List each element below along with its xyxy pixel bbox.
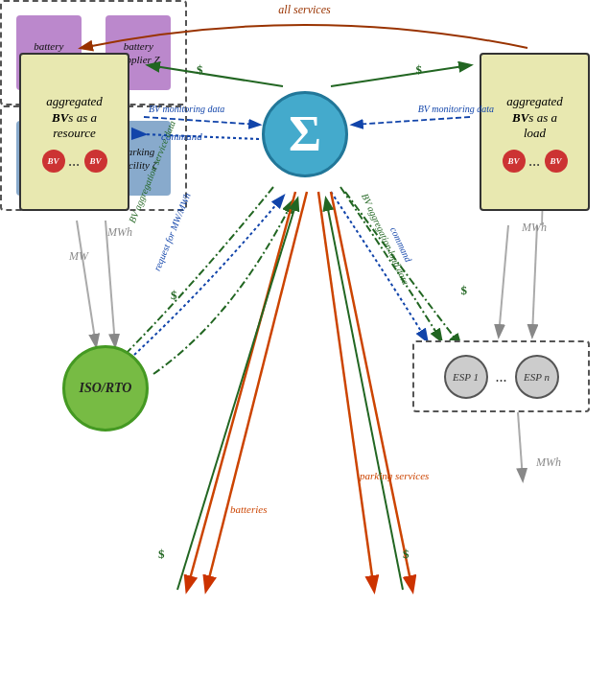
svg-line-14 bbox=[532, 225, 537, 336]
agg-bv-resource-box: aggregated BVs as a resource BV ... BV bbox=[19, 53, 129, 211]
mw-left-label: MW bbox=[69, 249, 88, 264]
svg-line-15 bbox=[518, 412, 523, 479]
esp-n-circle: ESP n bbox=[515, 355, 559, 399]
svg-line-9 bbox=[177, 199, 297, 590]
agg-load-title: aggregated BVs as a load bbox=[503, 94, 568, 143]
dots-right: ... bbox=[529, 152, 541, 170]
dollar-top-left: $ bbox=[197, 62, 203, 78]
svg-line-13 bbox=[499, 225, 508, 336]
parking-services-label: parking services bbox=[360, 470, 429, 481]
iso-rto-label: ISO/RTO bbox=[80, 381, 132, 396]
dollar-bat-label: $ bbox=[158, 547, 165, 562]
mwh-right-mid-label: MWh bbox=[536, 455, 561, 470]
svg-line-6 bbox=[206, 192, 307, 590]
esp-dots: ... bbox=[496, 368, 507, 385]
svg-line-5 bbox=[187, 192, 295, 590]
dots-left: ... bbox=[69, 152, 81, 170]
all-services-label: all services bbox=[278, 3, 330, 17]
dollar-park-label: $ bbox=[403, 547, 410, 562]
bv-circle-right-2: BV bbox=[545, 150, 568, 173]
bv-circle-right-1: BV bbox=[503, 150, 526, 173]
svg-line-7 bbox=[318, 192, 374, 590]
esp-1-circle: ESP 1 bbox=[444, 355, 488, 399]
esp-box: ESP 1 ... ESP n bbox=[412, 340, 590, 412]
dollar-top-right: $ bbox=[416, 62, 423, 78]
bv-monitoring-left-label: BV monitoring data bbox=[149, 104, 224, 114]
agg-bv-load-box: aggregated BVs as a load BV ... BV bbox=[480, 53, 590, 211]
mwh-right-top-label: MWh bbox=[522, 221, 547, 235]
svg-line-11 bbox=[77, 221, 96, 345]
agg-resource-title: aggregated BVs as a resource bbox=[42, 94, 107, 143]
mwh-left-top-label: MWh bbox=[107, 225, 132, 240]
sigma-symbol: Σ bbox=[289, 109, 321, 159]
svg-line-1 bbox=[353, 117, 470, 125]
bv-monitoring-right-label: BV monitoring data bbox=[418, 104, 494, 114]
bv-circle-left-2: BV bbox=[84, 150, 107, 173]
dollar-iso-label: $ bbox=[171, 288, 177, 303]
batteries-label: batteries bbox=[230, 503, 268, 515]
sigma-node: Σ bbox=[262, 91, 348, 177]
svg-line-4 bbox=[331, 65, 470, 86]
diagram: all services aggregated BVs as a resourc… bbox=[0, 0, 609, 700]
iso-rto-node: ISO/RTO bbox=[62, 345, 149, 432]
bv-circle-left-1: BV bbox=[42, 150, 65, 173]
dollar-esp-label: $ bbox=[461, 283, 468, 298]
